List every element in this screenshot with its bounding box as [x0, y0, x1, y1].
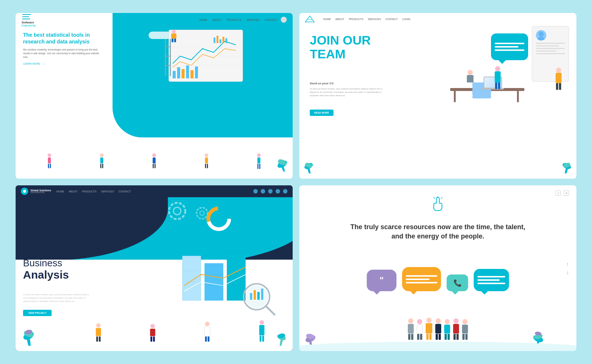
c4-person4 — [435, 318, 441, 340]
card1-people — [23, 138, 285, 168]
chair-seat — [472, 95, 491, 98]
gear-decoration — [167, 201, 188, 221]
close-icon[interactable]: ✕ — [564, 191, 569, 196]
resume-line3 — [536, 48, 565, 49]
yellow-line3 — [406, 282, 438, 283]
resume-line2 — [536, 45, 559, 46]
card2-plant-left — [302, 155, 315, 175]
donut-chart — [206, 206, 232, 232]
donut-svg — [206, 206, 232, 232]
nav-products[interactable]: PRODUCTS — [227, 19, 241, 21]
nav2-login[interactable]: LOGIN — [402, 18, 410, 20]
card3-logo-text: Global Solutions ORGANIZATION — [30, 189, 51, 194]
person-standing-2 — [556, 68, 562, 90]
nav2-contact[interactable]: CONTACT — [386, 18, 398, 20]
touch-svg — [431, 196, 445, 211]
card3-nav: Global Solutions ORGANIZATION HOME ABOUT… — [16, 185, 293, 197]
resume-line4 — [536, 51, 556, 52]
card-scarce-resources: ⤢ ✕ The truly scarce resources now are t… — [299, 185, 576, 351]
svg-rect-6 — [186, 65, 189, 78]
desk-scene — [443, 56, 569, 111]
software-logo-icon — [22, 13, 32, 21]
card3-icon4 — [276, 189, 280, 194]
c4-person3 — [426, 318, 432, 340]
nav2-home[interactable]: HOME — [323, 18, 331, 20]
card2-logo-icon — [305, 15, 315, 23]
join-line2: TEAM — [310, 47, 371, 61]
nav2-services[interactable]: SERVICES — [368, 18, 381, 20]
card1-logo: Software Engineering — [22, 13, 35, 27]
gear-svg — [167, 201, 188, 221]
svg-marker-20 — [305, 16, 314, 22]
ladder — [165, 39, 171, 76]
plant-right-svg — [275, 151, 290, 172]
biz-person2 — [150, 324, 155, 342]
card4-people-row — [408, 318, 468, 340]
resume-line1 — [536, 43, 565, 44]
card2-plant-svg — [302, 155, 315, 173]
card4-top-icons: ⤢ ✕ — [556, 191, 569, 196]
nav-search-circle[interactable] — [281, 17, 287, 23]
read-more-button[interactable]: READ MORE — [310, 110, 334, 116]
card2-illustration — [443, 24, 569, 113]
arrow-up[interactable]: ↑ — [566, 261, 569, 267]
biz-person1 — [96, 323, 101, 342]
cloud-decoration — [149, 32, 171, 39]
dashboard-svg — [169, 30, 243, 82]
desk-leg-right — [517, 90, 519, 102]
svg-point-33 — [200, 211, 204, 215]
person-sitting — [467, 70, 474, 82]
nav3-about[interactable]: ABOUT — [69, 190, 78, 193]
card2-logo — [305, 15, 315, 23]
nav3-home[interactable]: HOME — [56, 190, 64, 193]
arrow-down[interactable]: ↓ — [566, 270, 569, 275]
nav3-contact[interactable]: CONTACT — [118, 190, 131, 193]
svg-rect-5 — [182, 69, 185, 78]
card4-bottom-wave — [299, 342, 576, 351]
card2-plant-right — [560, 155, 573, 175]
view-project-btn[interactable]: VIEW PROJECT — [23, 310, 52, 316]
card-join-team: HOME ABOUT PRODUCTS SERVICES CONTACT LOG… — [299, 13, 576, 179]
learn-more-link[interactable]: LEARN MORE — [23, 62, 105, 66]
nav2-about[interactable]: ABOUT — [335, 18, 344, 20]
nav3-services[interactable]: SERVICES — [101, 190, 114, 193]
nav-home[interactable]: HOME — [199, 19, 207, 21]
card1-dashboard — [169, 30, 243, 82]
card3-icon1 — [253, 189, 258, 194]
card1-headline: The best statistical tools in research a… — [23, 32, 105, 45]
card3-headline: Business Analysis — [23, 258, 69, 281]
c4-person5 — [444, 319, 450, 340]
card3-nav-links: HOME ABOUT PRODUCTS SERVICES CONTACT — [56, 190, 131, 193]
svg-point-23 — [537, 37, 545, 40]
resume-line5 — [536, 53, 565, 54]
expand-icon[interactable]: ⤢ — [556, 191, 561, 196]
nav-services[interactable]: SERVICES — [246, 19, 259, 21]
svg-rect-9 — [214, 38, 215, 43]
biz-person4 — [259, 320, 264, 342]
card3-icon5 — [283, 189, 287, 194]
svg-point-22 — [539, 32, 544, 37]
card2-nav-links: HOME ABOUT PRODUCTS SERVICES CONTACT LOG… — [323, 18, 410, 20]
svg-rect-11 — [219, 39, 221, 43]
bubble-blue — [474, 269, 509, 291]
card1-subtext: We combine creativity, technologies and … — [23, 48, 105, 59]
nav3-products[interactable]: PRODUCTS — [82, 190, 97, 193]
svg-rect-12 — [222, 37, 224, 43]
card1-nav: Software Engineering HOME ABOUT PRODUCTS… — [16, 13, 293, 26]
svg-rect-3 — [173, 71, 176, 78]
card3-icon3 — [268, 189, 273, 194]
card3-icon2 — [261, 189, 265, 194]
card3-plant-right-svg — [274, 325, 289, 346]
bubble-yellow-tail — [410, 291, 417, 295]
svg-point-59 — [437, 196, 439, 198]
nav2-products[interactable]: PRODUCTS — [349, 18, 363, 20]
send-cv-text: Send us your CV. — [310, 82, 334, 85]
bubble-quote: " — [367, 270, 397, 291]
touch-icon — [431, 196, 445, 214]
bubble-line1 — [495, 43, 524, 44]
svg-rect-4 — [177, 67, 180, 78]
nav-contact[interactable]: CONTACT — [265, 19, 277, 21]
nav-about[interactable]: ABOUT — [212, 19, 221, 21]
blue-line1 — [478, 276, 505, 277]
svg-rect-13 — [225, 38, 227, 43]
